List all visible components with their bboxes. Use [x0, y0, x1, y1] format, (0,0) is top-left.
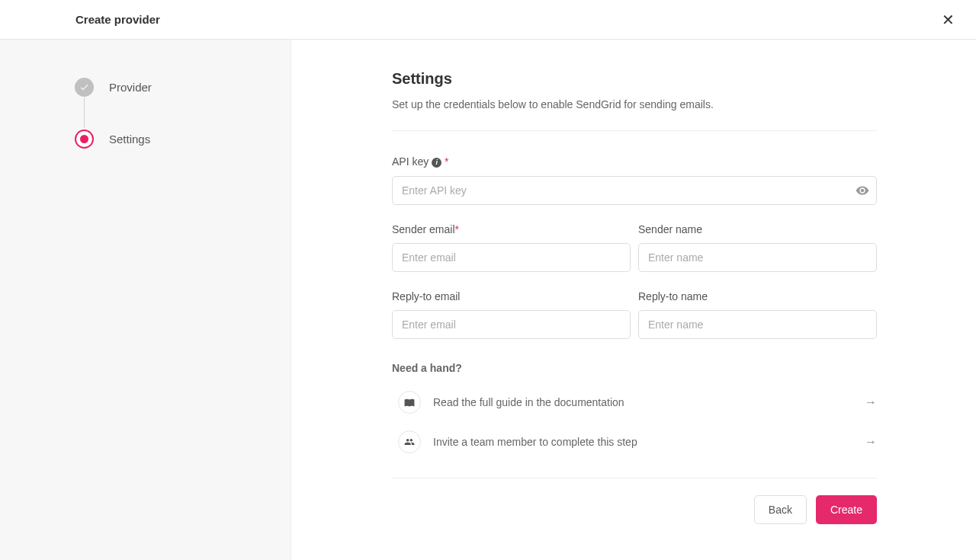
- layout: Provider Settings Settings Set up the cr…: [0, 40, 976, 560]
- info-icon[interactable]: i: [432, 158, 441, 168]
- close-button[interactable]: ✕: [939, 8, 958, 32]
- divider: [392, 130, 877, 131]
- step-label: Provider: [109, 81, 152, 94]
- toggle-visibility-button[interactable]: [856, 184, 869, 197]
- help-invite-link[interactable]: Invite a team member to complete this st…: [392, 430, 877, 453]
- main-panel: Settings Set up the credentials below to…: [291, 40, 976, 560]
- step-label: Settings: [109, 133, 150, 146]
- book-icon-circle: [398, 391, 421, 414]
- reply-to-email-input[interactable]: [392, 310, 631, 339]
- api-key-group: API key i *: [392, 155, 877, 205]
- sender-name-input[interactable]: [638, 243, 877, 272]
- book-icon: [404, 397, 415, 408]
- eye-icon: [856, 184, 869, 197]
- content: Settings Set up the credentials below to…: [392, 70, 877, 539]
- active-circle-icon: [75, 130, 94, 149]
- step-connector: [84, 98, 85, 128]
- api-key-label: API key i *: [392, 155, 877, 168]
- sender-name-group: Sender name: [638, 223, 877, 272]
- modal-title: Create provider: [75, 13, 160, 26]
- modal-header: Create provider ✕: [0, 0, 976, 40]
- reply-to-email-group: Reply-to email: [392, 290, 631, 339]
- help-text: Read the full guide in the documentation: [433, 396, 852, 408]
- arrow-right-icon: →: [865, 395, 877, 409]
- arrow-right-icon: →: [865, 435, 877, 449]
- reply-to-name-label: Reply-to name: [638, 290, 877, 302]
- help-text: Invite a team member to complete this st…: [433, 436, 852, 448]
- step-provider[interactable]: Provider: [75, 76, 291, 98]
- users-icon-circle: [398, 430, 421, 453]
- back-button[interactable]: Back: [754, 495, 807, 524]
- help-title: Need a hand?: [392, 362, 877, 374]
- sender-row: Sender email* Sender name: [392, 223, 877, 272]
- check-circle-icon: [75, 78, 94, 97]
- footer-actions: Back Create: [392, 478, 877, 539]
- sender-email-input[interactable]: [392, 243, 631, 272]
- sender-email-group: Sender email*: [392, 223, 631, 272]
- reply-to-name-group: Reply-to name: [638, 290, 877, 339]
- settings-title: Settings: [392, 70, 877, 88]
- close-icon: ✕: [942, 11, 955, 28]
- sender-email-label: Sender email*: [392, 223, 631, 235]
- required-asterisk: *: [455, 223, 459, 235]
- help-docs-link[interactable]: Read the full guide in the documentation…: [392, 391, 877, 414]
- settings-description: Set up the credentials below to enable S…: [392, 98, 877, 110]
- reply-to-row: Reply-to email Reply-to name: [392, 290, 877, 339]
- reply-to-name-input[interactable]: [638, 310, 877, 339]
- reply-to-email-label: Reply-to email: [392, 290, 631, 302]
- step-settings[interactable]: Settings: [75, 128, 291, 149]
- sender-name-label: Sender name: [638, 223, 877, 235]
- required-asterisk: *: [445, 155, 448, 168]
- api-key-input[interactable]: [392, 176, 877, 205]
- create-button[interactable]: Create: [816, 495, 877, 524]
- step-sidebar: Provider Settings: [0, 40, 291, 560]
- users-icon: [404, 437, 415, 447]
